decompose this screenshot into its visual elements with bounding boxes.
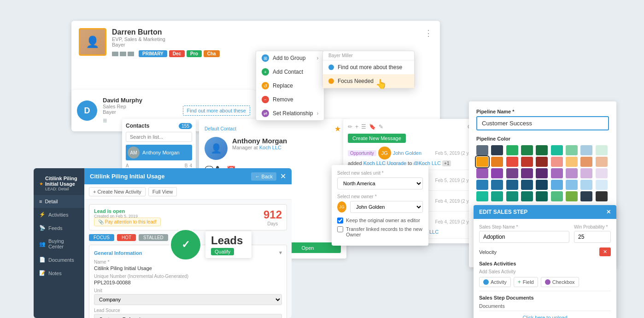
menu-item-remove[interactable]: − Remove bbox=[256, 93, 324, 106]
sidebar-item-documents[interactable]: 📄 Documents bbox=[34, 253, 84, 266]
color-swatch-5[interactable] bbox=[536, 145, 548, 155]
color-swatch-18[interactable] bbox=[596, 157, 608, 167]
full-view-btn[interactable]: Full View bbox=[148, 187, 177, 196]
upload-area[interactable]: Click here to upload bbox=[479, 311, 611, 318]
color-swatch-24[interactable] bbox=[551, 168, 563, 178]
activity-tag-field[interactable]: + Field bbox=[514, 277, 538, 287]
color-swatch-41[interactable] bbox=[536, 191, 548, 201]
submenu-item-find[interactable]: Find out more about these bbox=[323, 60, 414, 74]
color-swatch-29[interactable] bbox=[491, 180, 503, 190]
color-swatch-6[interactable] bbox=[551, 145, 563, 155]
color-swatch-45[interactable] bbox=[596, 191, 608, 201]
contacts-search-input[interactable] bbox=[126, 132, 192, 142]
menu-item-relationship[interactable]: ⇌ Set Relationship › bbox=[256, 106, 324, 120]
color-swatch-44[interactable] bbox=[580, 191, 592, 201]
color-swatch-20[interactable] bbox=[491, 168, 503, 178]
color-swatch-2[interactable] bbox=[491, 145, 503, 155]
color-swatch-25[interactable] bbox=[566, 168, 578, 178]
color-swatch-3[interactable] bbox=[506, 145, 518, 155]
edit-step-header: EDIT SALES STEP ✕ bbox=[474, 205, 616, 219]
color-swatch-33[interactable] bbox=[551, 180, 563, 190]
letter-b[interactable]: B bbox=[185, 163, 188, 168]
collapse-icon[interactable]: ▾ bbox=[279, 250, 282, 256]
color-swatch-7[interactable] bbox=[566, 145, 578, 155]
color-swatch-11[interactable] bbox=[491, 157, 503, 167]
bookmark-icon[interactable]: 🔖 bbox=[369, 124, 376, 130]
color-swatch-22[interactable] bbox=[521, 168, 533, 178]
color-swatch-8[interactable] bbox=[580, 145, 592, 155]
color-swatch-19[interactable] bbox=[476, 168, 488, 178]
color-swatch-43[interactable] bbox=[566, 191, 578, 201]
color-swatch-42[interactable] bbox=[551, 191, 563, 201]
create-message-btn[interactable]: Create New Message bbox=[348, 134, 406, 143]
color-swatch-38[interactable] bbox=[491, 191, 503, 201]
back-button[interactable]: ← Back bbox=[251, 172, 276, 181]
color-swatch-9[interactable] bbox=[596, 145, 608, 155]
color-swatch-23[interactable] bbox=[536, 168, 548, 178]
color-swatch-1[interactable] bbox=[476, 145, 488, 155]
color-swatch-13[interactable] bbox=[521, 157, 533, 167]
color-swatch-32[interactable] bbox=[536, 180, 548, 190]
step-name-input[interactable] bbox=[479, 231, 569, 243]
color-swatch-35[interactable] bbox=[580, 180, 592, 190]
owner-transfer-select[interactable]: John Golden bbox=[350, 201, 423, 213]
keep-editor-label: Keep the original owner as editor bbox=[346, 218, 420, 223]
close-edit-step-icon[interactable]: ✕ bbox=[606, 209, 611, 215]
color-swatch-28[interactable] bbox=[476, 180, 488, 190]
color-swatch-39[interactable] bbox=[506, 191, 518, 201]
find-out-more-link[interactable]: Find out more about these bbox=[183, 106, 250, 116]
color-swatch-4[interactable] bbox=[521, 145, 533, 155]
sidebar-item-activities[interactable]: ⚡ Activities bbox=[34, 208, 84, 221]
focus-tag[interactable]: FOCUS bbox=[89, 234, 114, 241]
leads-title: Leads bbox=[211, 234, 246, 247]
source-select[interactable]: Customer Referral bbox=[94, 314, 282, 318]
color-swatch-37[interactable] bbox=[476, 191, 488, 201]
keep-editor-checkbox[interactable] bbox=[337, 218, 343, 224]
color-swatch-40[interactable] bbox=[521, 191, 533, 201]
velocity-toggle[interactable]: ✕ bbox=[599, 247, 611, 256]
edit-icon[interactable]: ✎ bbox=[379, 124, 383, 130]
color-swatch-16[interactable] bbox=[566, 157, 578, 167]
compose-icon[interactable]: ✏ bbox=[348, 124, 352, 130]
menu-item-add-to-group[interactable]: ⊞ Add to Group › bbox=[256, 51, 324, 65]
pipeline-name-input[interactable] bbox=[476, 116, 609, 130]
menu-item-add-contact[interactable]: + Add Contact bbox=[256, 65, 324, 79]
hot-tag[interactable]: HOT bbox=[117, 234, 136, 241]
sales-unit-transfer-select[interactable]: North America bbox=[337, 177, 423, 189]
color-swatch-10[interactable] bbox=[476, 157, 488, 167]
color-swatch-30[interactable] bbox=[506, 180, 518, 190]
activity-tag-activity[interactable]: Activity bbox=[479, 277, 511, 287]
star-icon[interactable]: ★ bbox=[334, 124, 341, 133]
sidebar-item-notes[interactable]: 📝 Notes bbox=[34, 266, 84, 280]
color-swatch-14[interactable] bbox=[536, 157, 548, 167]
color-swatch-17[interactable] bbox=[580, 157, 592, 167]
create-activity-btn[interactable]: + Create New Activity bbox=[89, 187, 146, 196]
color-swatch-31[interactable] bbox=[521, 180, 533, 190]
dot-blue-icon bbox=[328, 65, 334, 70]
activity-tag-checkbox[interactable]: Checkbox bbox=[541, 277, 579, 287]
color-swatch-21[interactable] bbox=[506, 168, 518, 178]
color-swatch-12[interactable] bbox=[506, 157, 518, 167]
color-swatch-36[interactable] bbox=[596, 180, 608, 190]
sidebar-item-detail[interactable]: ≡ Detail bbox=[34, 195, 84, 208]
sidebar-item-buying-center[interactable]: 👥 Buying Center bbox=[34, 235, 84, 253]
step-prob-input[interactable] bbox=[574, 231, 611, 243]
stalled-tag[interactable]: STALLED bbox=[139, 234, 168, 241]
transfer-records-checkbox[interactable] bbox=[337, 226, 343, 232]
sidebar-item-feeds[interactable]: 📡 Feeds bbox=[34, 221, 84, 235]
list-icon[interactable]: ☰ bbox=[361, 124, 366, 130]
submenu-item-focus[interactable]: Focus Needed bbox=[323, 74, 414, 88]
color-swatch-27[interactable] bbox=[596, 168, 608, 178]
unit-select[interactable]: Company bbox=[94, 294, 282, 305]
menu-item-replace[interactable]: ↺ Replace bbox=[256, 79, 324, 93]
contact-list-item-anthony[interactable]: AM Anthony Morgan bbox=[126, 145, 192, 160]
main-container: 👤 Darren Burton EVP, Sales & Marketing B… bbox=[0, 0, 644, 318]
add-activity-icon[interactable]: + bbox=[355, 124, 358, 130]
close-lead-icon[interactable]: ✕ bbox=[280, 172, 286, 181]
company-link[interactable]: Koch LLC bbox=[259, 145, 281, 150]
more-options-icon[interactable]: ⋮ bbox=[424, 28, 433, 38]
color-swatch-34[interactable] bbox=[566, 180, 578, 190]
color-swatch-15[interactable] bbox=[551, 157, 563, 167]
color-swatch-26[interactable] bbox=[580, 168, 592, 178]
letter-a[interactable]: A bbox=[126, 163, 129, 168]
